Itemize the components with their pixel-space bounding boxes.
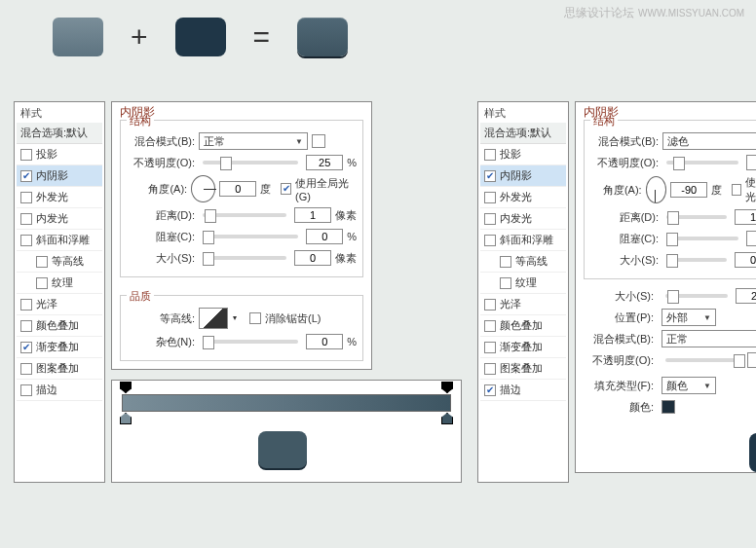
style-label: 光泽 xyxy=(36,297,57,311)
style-item-投影[interactable]: 投影 xyxy=(17,144,102,165)
style-checkbox[interactable] xyxy=(500,256,511,268)
style-item-描边[interactable]: 描边 xyxy=(17,380,102,401)
aa-checkbox[interactable] xyxy=(249,312,261,324)
style-item-斜面和浮雕[interactable]: 斜面和浮雕 xyxy=(480,230,566,251)
style-checkbox[interactable] xyxy=(20,149,32,161)
style-checkbox[interactable] xyxy=(20,320,32,332)
style-item-内发光[interactable]: 内发光 xyxy=(17,208,102,230)
angle-input[interactable] xyxy=(670,182,707,198)
panel-title: 内阴影 xyxy=(584,104,619,121)
style-checkbox[interactable] xyxy=(484,235,496,246)
blend-default[interactable]: 混合选项:默认 xyxy=(480,123,566,144)
mode-color[interactable] xyxy=(312,134,325,148)
style-checkbox[interactable] xyxy=(484,170,496,182)
opacity-slider[interactable] xyxy=(666,161,738,164)
color-stop-left[interactable] xyxy=(120,413,132,424)
opacity-stop-right[interactable] xyxy=(441,382,453,393)
style-checkbox[interactable] xyxy=(20,363,32,375)
size-input[interactable] xyxy=(735,252,756,268)
style-checkbox[interactable] xyxy=(20,299,32,311)
size-slider[interactable] xyxy=(666,258,727,262)
style-item-纹理[interactable]: 纹理 xyxy=(17,273,102,294)
style-label: 内阴影 xyxy=(500,168,532,183)
style-item-描边[interactable]: 描边 xyxy=(480,380,566,401)
style-item-渐变叠加[interactable]: 渐变叠加 xyxy=(480,337,566,358)
style-item-斜面和浮雕[interactable]: 斜面和浮雕 xyxy=(17,230,102,251)
styles-header: 样式 xyxy=(480,104,566,123)
dist-input[interactable] xyxy=(294,207,331,223)
blend-default[interactable]: 混合选项:默认 xyxy=(17,123,102,144)
stroke-pos-select[interactable]: 外部▼ xyxy=(662,309,716,326)
style-item-图案叠加[interactable]: 图案叠加 xyxy=(480,358,566,380)
style-label: 斜面和浮雕 xyxy=(36,233,90,247)
mode-select[interactable]: 滤色▼ xyxy=(662,132,756,150)
style-checkbox[interactable] xyxy=(484,299,496,311)
mode-select[interactable]: 正常▼ xyxy=(199,132,308,150)
style-item-外发光[interactable]: 外发光 xyxy=(17,187,102,208)
noise-input[interactable] xyxy=(306,334,343,349)
style-checkbox[interactable] xyxy=(484,213,496,225)
angle-dial[interactable] xyxy=(191,175,215,202)
stroke-opacity-input[interactable] xyxy=(747,352,756,368)
style-label: 图案叠加 xyxy=(36,361,79,376)
style-checkbox[interactable] xyxy=(20,384,32,396)
global-light-checkbox[interactable] xyxy=(732,184,741,196)
style-checkbox[interactable] xyxy=(20,213,32,225)
style-item-内阴影[interactable]: 内阴影 xyxy=(17,165,102,187)
angle-input[interactable] xyxy=(219,181,256,197)
equals-sign: = xyxy=(253,20,271,54)
stroke-color[interactable] xyxy=(662,400,675,414)
opacity-input[interactable] xyxy=(306,155,343,170)
stroke-mode-select[interactable]: 正常▼ xyxy=(662,330,756,347)
style-checkbox[interactable] xyxy=(500,277,511,289)
style-item-等高线[interactable]: 等高线 xyxy=(480,251,566,273)
style-item-光泽[interactable]: 光泽 xyxy=(17,294,102,315)
fill-type-select[interactable]: 颜色▼ xyxy=(662,377,716,394)
dist-input[interactable] xyxy=(735,209,756,225)
style-item-颜色叠加[interactable]: 颜色叠加 xyxy=(480,315,566,337)
style-checkbox[interactable] xyxy=(484,363,496,375)
opacity-stop-left[interactable] xyxy=(120,382,132,393)
angle-dial[interactable] xyxy=(646,176,667,203)
style-checkbox[interactable] xyxy=(20,235,32,246)
global-light-checkbox[interactable] xyxy=(281,183,291,195)
style-item-渐变叠加[interactable]: 渐变叠加 xyxy=(17,337,102,358)
choke-input[interactable] xyxy=(306,229,343,244)
style-item-内阴影[interactable]: 内阴影 xyxy=(480,165,566,187)
opacity-input[interactable] xyxy=(746,155,756,170)
style-item-投影[interactable]: 投影 xyxy=(480,144,566,165)
style-checkbox[interactable] xyxy=(484,149,496,161)
style-item-图案叠加[interactable]: 图案叠加 xyxy=(17,358,102,380)
contour-swatch[interactable] xyxy=(199,308,228,329)
style-item-纹理[interactable]: 纹理 xyxy=(480,273,566,294)
stroke-opacity-slider[interactable] xyxy=(665,358,739,362)
style-checkbox[interactable] xyxy=(36,277,48,289)
style-item-内发光[interactable]: 内发光 xyxy=(480,208,566,230)
style-item-等高线[interactable]: 等高线 xyxy=(17,251,102,273)
choke-slider[interactable] xyxy=(666,237,738,240)
stroke-size-input[interactable] xyxy=(736,288,756,304)
style-checkbox[interactable] xyxy=(20,342,32,353)
style-checkbox[interactable] xyxy=(20,170,32,182)
stroke-size-slider[interactable] xyxy=(665,294,728,298)
style-checkbox[interactable] xyxy=(484,342,496,353)
size-input[interactable] xyxy=(294,250,331,266)
choke-slider[interactable] xyxy=(203,235,298,238)
dist-slider[interactable] xyxy=(666,215,727,219)
style-checkbox[interactable] xyxy=(20,192,32,203)
panel-title: 内阴影 xyxy=(120,104,155,121)
style-checkbox[interactable] xyxy=(36,256,48,268)
style-checkbox[interactable] xyxy=(484,192,496,203)
choke-input[interactable] xyxy=(746,231,756,246)
dist-slider[interactable] xyxy=(203,213,286,217)
style-checkbox[interactable] xyxy=(484,320,496,332)
opacity-slider[interactable] xyxy=(203,161,298,164)
size-slider[interactable] xyxy=(203,256,286,260)
noise-slider[interactable] xyxy=(203,340,298,344)
style-item-颜色叠加[interactable]: 颜色叠加 xyxy=(17,315,102,337)
style-item-外发光[interactable]: 外发光 xyxy=(480,187,566,208)
color-stop-right[interactable] xyxy=(441,413,453,424)
gradient-bar[interactable] xyxy=(122,394,451,412)
style-item-光泽[interactable]: 光泽 xyxy=(480,294,566,315)
style-checkbox[interactable] xyxy=(484,384,496,396)
